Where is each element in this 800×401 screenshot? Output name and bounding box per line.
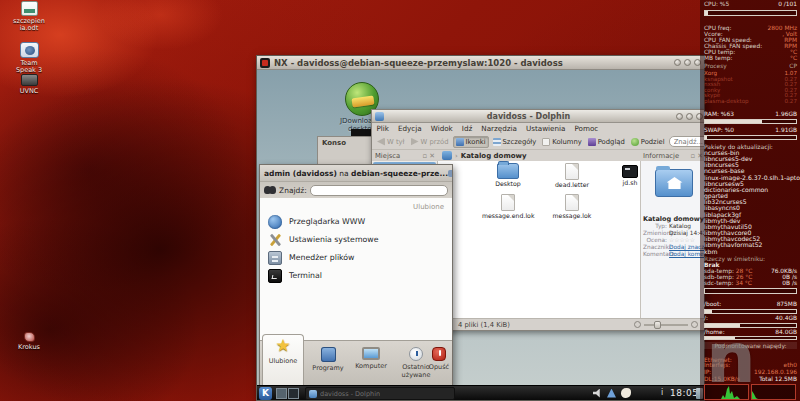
places-panel-buttons[interactable]: ▫ ✕ — [423, 152, 435, 160]
file-cabinet-icon — [268, 251, 282, 265]
nx-window-buttons — [671, 59, 701, 66]
breadcrumb[interactable]: › Katalog domowy — [442, 150, 527, 161]
nx-window-title: NX - davidoss@debian-squeeze-przemyslaw:… — [274, 58, 563, 68]
nx-watermark: n — [706, 322, 756, 394]
desktop-icon-krokus[interactable]: Krokus — [2, 332, 56, 351]
view-columns-button[interactable]: Kolumny — [540, 137, 583, 147]
add-comment-link: Dodaj komentarz... — [669, 251, 704, 258]
menu-idz[interactable]: Idź — [457, 124, 476, 133]
fs-boot-bar — [704, 309, 797, 314]
kickoff-item-browser[interactable]: Przeglądarka WWW — [268, 213, 448, 230]
zoom-out-icon[interactable] — [634, 321, 641, 328]
file-icon — [565, 163, 579, 180]
maximize-button[interactable] — [686, 113, 693, 120]
dolphin-titlebar[interactable]: davidoss - Dolphin — [372, 110, 704, 123]
details-view-icon — [493, 138, 501, 146]
kickoff-menu: admin (davidoss) na debian-squeeze-prze.… — [259, 164, 453, 387]
columns-view-icon — [542, 138, 550, 146]
swap-bar — [704, 135, 797, 140]
volume-icon[interactable] — [593, 389, 602, 398]
menu-edycja[interactable]: Edycja — [394, 124, 427, 133]
pager-desktop-1[interactable] — [276, 388, 287, 399]
kickoff-item-system-settings[interactable]: Ustawienia systemowe — [268, 231, 448, 248]
file-dead-letter[interactable]: dead.letter — [546, 163, 598, 188]
io-bar — [704, 288, 797, 294]
menu-narzedzia[interactable]: Narzędzia — [477, 124, 522, 133]
split-button[interactable]: Podziel — [629, 137, 667, 147]
file-icon — [501, 194, 515, 211]
tab-leave[interactable]: Opuść — [426, 344, 452, 386]
places-header-label: Miejsca — [375, 152, 400, 160]
cpu-usage-bar — [704, 10, 797, 16]
info-row-rating[interactable]: Ocena:☆☆☆☆☆ — [641, 237, 704, 244]
kmix-icon[interactable] — [607, 389, 616, 398]
menu-plik[interactable]: Plik — [372, 124, 394, 133]
kickoff-item-terminal[interactable]: Terminal — [268, 267, 448, 284]
kickoff-search-label: Znajdź: — [279, 186, 307, 195]
dolphin-toolbar: W tył W przód Ikonki Szczegóły Kolumny P… — [372, 134, 704, 150]
kickoff-item-file-manager[interactable]: Menedżer plików — [268, 249, 448, 266]
info-row-comment[interactable]: Komentarz:Dodaj komentarz... — [641, 251, 704, 258]
dolphin-title: davidoss - Dolphin — [384, 112, 673, 121]
kickoff-search-input[interactable] — [310, 185, 448, 196]
taskbar-task-dolphin[interactable]: davidoss - Dolphin — [305, 387, 455, 400]
terminal-icon — [268, 269, 282, 283]
maximize-button[interactable] — [684, 59, 691, 66]
preview-icon — [588, 138, 596, 146]
file-view: Desktop dead.letter jd.sh message.e — [438, 161, 640, 318]
desktop-icon-uvnc[interactable]: UVNC — [2, 74, 56, 95]
file-icon — [565, 194, 579, 211]
panel-clock[interactable]: 18:05 — [670, 388, 698, 398]
file-message-end-lok[interactable]: message.end.lok — [482, 194, 534, 219]
dolphin-menubar: Plik Edycja Widok Idź Narzędzia Ustawien… — [372, 123, 704, 134]
minimize-button[interactable] — [676, 113, 683, 120]
info-title: Katalog domowy — [641, 215, 704, 223]
places-panel-header: Miejsca ▫ ✕ — [372, 150, 438, 161]
star-icon: ★ — [263, 335, 303, 355]
forward-button[interactable]: W przód — [409, 137, 451, 147]
dolphin-window-buttons — [673, 113, 703, 120]
applications-icon — [321, 347, 336, 362]
search-input[interactable] — [669, 136, 704, 147]
tab-favorites[interactable]: ★ Ulubione — [262, 334, 304, 386]
zoom-slider-thumb[interactable] — [654, 321, 661, 329]
system-tray — [593, 388, 631, 398]
home-folder-icon — [442, 151, 452, 160]
nx-titlebar[interactable]: NX - davidoss@debian-squeeze-przemyslaw:… — [257, 56, 704, 70]
notifications-icon[interactable]: i — [661, 388, 663, 397]
binoculars-search-icon — [264, 186, 276, 194]
dolphin-app-icon — [375, 112, 384, 121]
zoom-in-icon[interactable] — [691, 321, 698, 328]
info-row-tags[interactable]: Znaczniki:Dodaj znaczniki... — [641, 244, 704, 251]
view-icons-button[interactable]: Ikonki — [453, 136, 489, 148]
breadcrumb-current: Katalog domowy — [461, 152, 527, 160]
info-panel: Katalog domowy Typ:Katalog Zmieniony:Dzi… — [640, 161, 704, 318]
kickoff-launcher-button[interactable]: K — [259, 387, 272, 400]
klipper-icon[interactable] — [621, 388, 631, 398]
cpu-usage-row: CPU: %50 /101 — [704, 2, 797, 8]
preview-button[interactable]: Podgląd — [586, 137, 627, 147]
minimize-button[interactable] — [674, 59, 681, 66]
back-button[interactable]: W tył — [375, 137, 407, 147]
tab-applications[interactable]: Programy — [308, 344, 348, 386]
pager-desktop-2[interactable] — [288, 388, 299, 399]
view-details-button[interactable]: Szczegóły — [491, 137, 539, 147]
tab-computer[interactable]: Komputer — [350, 344, 392, 386]
info-header-label: Informacje — [643, 152, 679, 160]
menu-widok[interactable]: Widok — [426, 124, 457, 133]
folder-icon — [497, 163, 519, 179]
nx-window: NX - davidoss@debian-squeeze-przemyslaw:… — [256, 55, 705, 401]
konsole-title: Konso — [318, 137, 371, 147]
menu-pomoc[interactable]: Pomoc — [570, 124, 603, 133]
zoom-slider-track[interactable] — [644, 324, 688, 326]
ram-row: RAM: %631.96GB — [704, 112, 797, 118]
desktop-icon-szczepienia[interactable]: szczepienia.odt — [2, 1, 56, 32]
net-upload-graph — [751, 384, 796, 400]
menu-ustawienia[interactable]: Ustawienia — [521, 124, 569, 133]
file-desktop[interactable]: Desktop — [482, 163, 534, 187]
file-message-lok[interactable]: message.lok — [546, 194, 598, 219]
desktop-pager[interactable] — [276, 388, 299, 399]
desktop-icon-teamspeak[interactable]: TeamSpeak 3 — [2, 42, 56, 74]
zoom-slider[interactable] — [634, 321, 698, 328]
fs-boot-row: /boot:875MB — [704, 302, 797, 308]
